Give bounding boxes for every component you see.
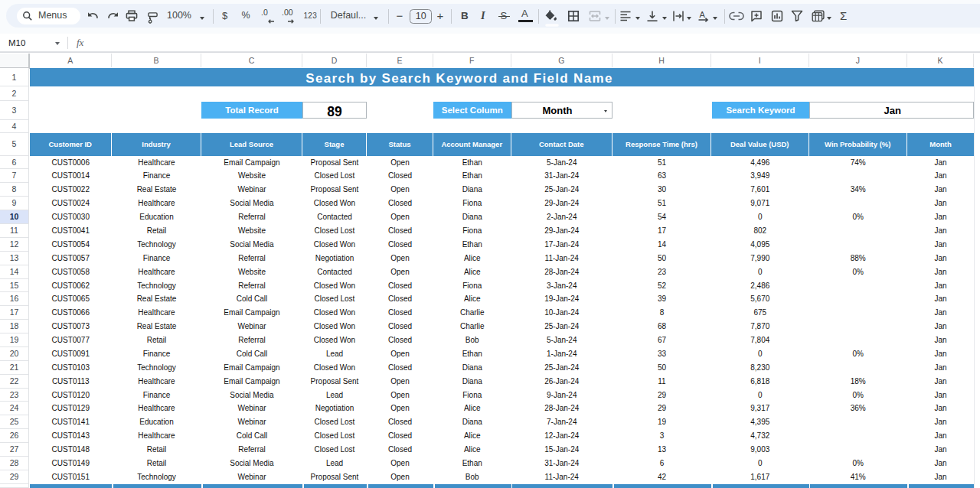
svg-text:A: A: [699, 10, 705, 19]
